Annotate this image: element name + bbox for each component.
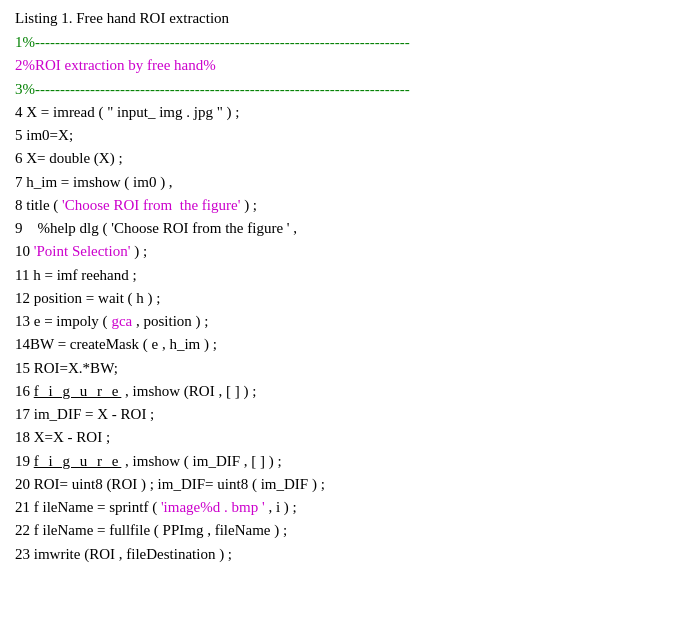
listing-title: Listing 1. Free hand ROI extraction [15,10,670,27]
line-8: 8 title ( 'Choose ROI from the figure' )… [15,194,670,217]
line-21: 21 f ileName = sprintf ( 'image%d . bmp … [15,496,670,519]
title-text: Listing 1. Free hand ROI extraction [15,10,229,26]
line-17: 17 im_DIF = X - ROI ; [15,403,670,426]
line-8-static: title ( [26,197,62,213]
line-14: 14BW = createMask ( e , h_im ) ; [15,333,670,356]
line-7: 7 h_im = imshow ( im0 ) , [15,171,670,194]
line-19: 19 f i g u r e , imshow ( im_DIF , [ ] )… [15,450,670,473]
line-16: 16 f i g u r e , imshow (ROI , [ ] ) ; [15,380,670,403]
line-20: 20 ROI= uint8 (ROI ) ; im_DIF= uint8 ( i… [15,473,670,496]
line-5: 5 im0=X; [15,124,670,147]
line-12: 12 position = wait ( h ) ; [15,287,670,310]
line-13: 13 e = impoly ( gca , position ) ; [15,310,670,333]
code-block: 1%--------------------------------------… [15,31,670,566]
line-10: 10 'Point Selection' ) ; [15,240,670,263]
line-15: 15 ROI=X.*BW; [15,357,670,380]
line-11: 11 h = imf reehand ; [15,264,670,287]
line-9: 9 %help dlg ( 'Choose ROI from the figur… [15,217,670,240]
line-2: 2%ROI extraction by free hand% [15,54,670,77]
line-22: 22 f ileName = fullfile ( PPImg , fileNa… [15,519,670,542]
line-6: 6 X= double (X) ; [15,147,670,170]
line-1: 1%--------------------------------------… [15,31,670,54]
line-3: 3%--------------------------------------… [15,78,670,101]
line-4: 4 X = imread ( " input_ img . jpg " ) ; [15,101,670,124]
line-18: 18 X=X - ROI ; [15,426,670,449]
line-23: 23 imwrite (ROI , fileDestination ) ; [15,543,670,566]
